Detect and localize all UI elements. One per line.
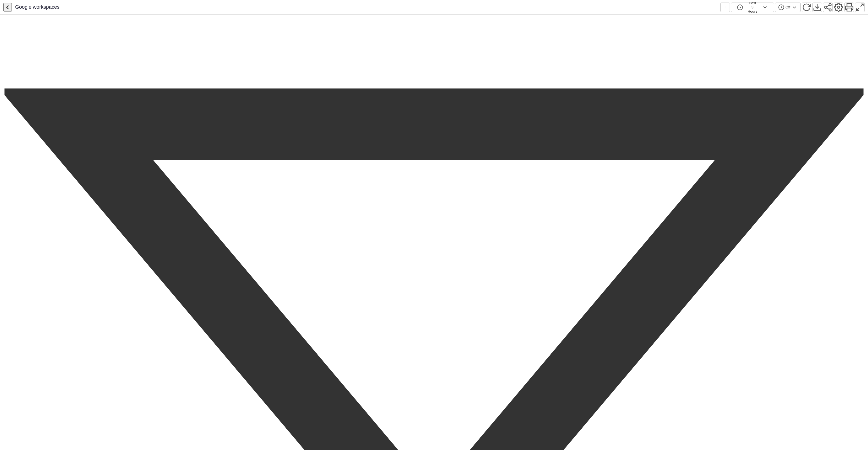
svg-line-6 — [827, 8, 829, 9]
svg-rect-9 — [847, 8, 851, 11]
svg-point-3 — [829, 3, 831, 6]
toolbar — [0, 14, 868, 450]
svg-point-4 — [825, 6, 827, 8]
chevron-down-icon2 — [792, 4, 798, 10]
gear-icon — [834, 3, 843, 12]
print-button[interactable] — [844, 3, 854, 12]
svg-line-11 — [857, 8, 859, 10]
fullscreen-button[interactable] — [855, 3, 865, 12]
refresh-button[interactable] — [802, 3, 811, 12]
auto-refresh-button[interactable]: Off — [775, 3, 801, 12]
plus-icon: + — [724, 5, 726, 9]
svg-line-10 — [861, 4, 863, 6]
download-button[interactable] — [812, 3, 822, 12]
svg-marker-12 — [76, 124, 792, 450]
auto-refresh-icon — [778, 4, 784, 10]
time-range-label: Past 3 Hours — [748, 1, 757, 13]
page-title: Google workspaces — [15, 4, 717, 10]
download-icon — [813, 3, 822, 12]
header-actions: + Past 3 Hours Off — [720, 3, 865, 12]
clock-icon — [734, 4, 746, 10]
settings-button[interactable] — [834, 3, 843, 12]
share-icon — [824, 3, 832, 12]
fullscreen-icon — [856, 3, 864, 12]
auto-refresh-label: Off — [785, 5, 790, 9]
svg-line-7 — [827, 5, 829, 6]
app-header: Google workspaces + Past 3 Hours Off — [0, 0, 868, 14]
time-range-button[interactable]: Past 3 Hours — [731, 3, 774, 12]
svg-point-5 — [829, 9, 831, 11]
add-button[interactable]: + — [720, 3, 730, 12]
refresh-icon — [802, 3, 811, 12]
back-button[interactable] — [3, 3, 12, 11]
chevron-down-icon — [759, 4, 771, 10]
svg-point-8 — [837, 6, 840, 8]
print-icon — [845, 3, 854, 12]
share-button[interactable] — [823, 3, 833, 12]
